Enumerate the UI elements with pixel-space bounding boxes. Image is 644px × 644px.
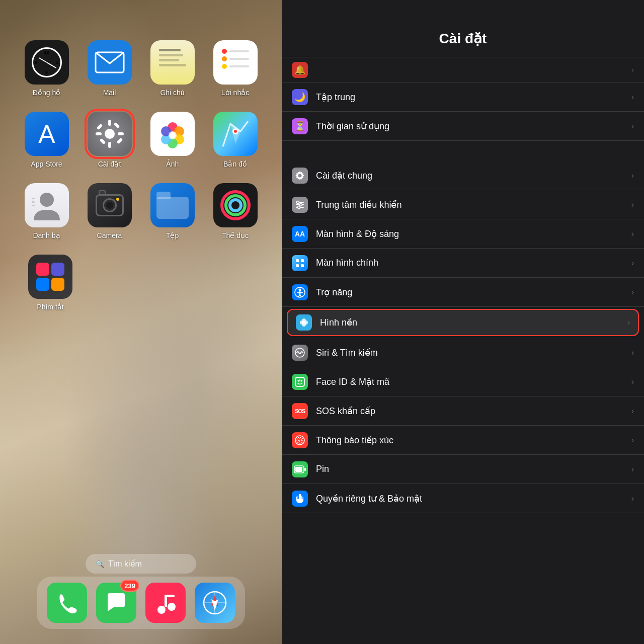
app-item-notes[interactable]: Ghi chú bbox=[145, 40, 200, 97]
maps-svg bbox=[218, 116, 253, 151]
app-item-clock[interactable]: 12 3 6 9 Đồng hồ bbox=[19, 40, 74, 97]
app-item-fitness[interactable]: Thể dục bbox=[208, 183, 263, 239]
settings-title: Cài đặt bbox=[439, 31, 487, 46]
trung-tam-icon bbox=[292, 197, 308, 213]
settings-item-tro-nang[interactable]: Trợ năng › bbox=[282, 278, 644, 307]
app-item-appstore[interactable]: A App Store bbox=[19, 112, 74, 168]
settings-item-face-id[interactable]: Face ID & Mật mã › bbox=[282, 367, 644, 396]
settings-item-quyen[interactable]: Quyền riêng tư & Bảo mật › bbox=[282, 484, 644, 513]
contacts-icon bbox=[25, 183, 69, 227]
svg-point-43 bbox=[298, 206, 300, 208]
settings-item-man-hinh-chinh[interactable]: Màn hình chính › bbox=[282, 249, 644, 278]
messages-badge: 239 bbox=[120, 580, 139, 592]
camera-icon bbox=[88, 183, 132, 227]
notes-label: Ghi chú bbox=[160, 89, 184, 97]
app-row-1: 12 3 6 9 Đồng hồ bbox=[15, 40, 267, 97]
app-grid: 12 3 6 9 Đồng hồ bbox=[0, 30, 282, 336]
settings-item-tap-trung[interactable]: 🌙 Tập trung › bbox=[282, 83, 644, 112]
phone-icon bbox=[56, 592, 78, 614]
mail-svg bbox=[95, 51, 125, 73]
settings-item-thoi-gian[interactable]: ⏳ Thời gian sử dụng › bbox=[282, 112, 644, 141]
svg-rect-9 bbox=[99, 138, 106, 145]
svg-rect-3 bbox=[108, 120, 111, 126]
svg-rect-23 bbox=[32, 198, 35, 199]
sc-block-4 bbox=[51, 278, 64, 291]
camera-body-wrap bbox=[96, 194, 124, 216]
flower-svg bbox=[298, 317, 309, 328]
tro-nang-label: Trợ năng bbox=[316, 287, 631, 298]
search-text: Tìm kiếm bbox=[108, 559, 142, 569]
rline-3 bbox=[229, 65, 249, 67]
svg-rect-30 bbox=[165, 595, 175, 597]
app-item-contacts[interactable]: Danh bạ bbox=[19, 183, 74, 239]
note-line-2 bbox=[159, 54, 184, 56]
svg-rect-7 bbox=[96, 124, 103, 130]
app-row-2: A App Store bbox=[15, 112, 267, 168]
svg-line-53 bbox=[300, 295, 301, 297]
thoi-gian-icon: ⏳ bbox=[292, 118, 308, 134]
settings-item-cai-dat-chung[interactable]: Cài đặt chung › bbox=[282, 161, 644, 190]
svg-rect-46 bbox=[296, 264, 299, 267]
settings-item-siri[interactable]: Siri & Tìm kiếm › bbox=[282, 338, 644, 367]
svg-rect-5 bbox=[96, 132, 102, 135]
note-line-4 bbox=[159, 64, 186, 66]
settings-partial-top[interactable]: 🔔 › bbox=[282, 57, 644, 83]
svg-rect-25 bbox=[32, 205, 35, 206]
app-item-mail[interactable]: Mail bbox=[82, 40, 137, 97]
svg-point-17 bbox=[169, 131, 177, 139]
sos-chevron: › bbox=[631, 407, 634, 416]
svg-rect-69 bbox=[304, 468, 306, 471]
dock-messages[interactable]: 239 bbox=[96, 583, 136, 623]
grid-svg bbox=[295, 258, 305, 268]
settings-item-sos[interactable]: SOS SOS khẩn cấp › bbox=[282, 396, 644, 426]
svg-point-49 bbox=[299, 288, 301, 291]
maps-label: Bản đồ bbox=[223, 160, 247, 168]
home-screen: 12 3 6 9 Đồng hồ bbox=[0, 0, 282, 644]
settings-item-thong-bao[interactable]: Thông báo tiếp xúc › bbox=[282, 426, 644, 455]
search-bar[interactable]: 🔍 Tìm kiếm bbox=[86, 554, 196, 574]
sc-block-2 bbox=[51, 263, 64, 276]
settings-item-trung-tam[interactable]: Trung tâm điều khiển › bbox=[282, 190, 644, 219]
app-item-files[interactable]: Tệp bbox=[145, 183, 200, 239]
app-item-reminders[interactable]: Lời nhắc bbox=[208, 40, 263, 97]
svg-point-62 bbox=[301, 380, 302, 381]
settings-item-pin[interactable]: Pin › bbox=[282, 455, 644, 484]
dock-phone[interactable] bbox=[47, 583, 87, 623]
face-id-label: Face ID & Mật mã bbox=[316, 376, 631, 387]
tro-nang-chevron: › bbox=[631, 288, 634, 297]
app-item-maps[interactable]: Bản đồ bbox=[208, 112, 263, 168]
rline-2 bbox=[229, 58, 249, 60]
svg-rect-10 bbox=[113, 122, 120, 129]
svg-rect-8 bbox=[116, 138, 123, 144]
app-item-shortcuts[interactable]: Phím tắt bbox=[23, 255, 78, 311]
rdot-red bbox=[222, 49, 227, 54]
siri-icon bbox=[292, 345, 308, 361]
section-divider-1 bbox=[282, 145, 644, 161]
accessibility-svg bbox=[294, 287, 305, 298]
remind-dot-2 bbox=[222, 56, 249, 61]
app-item-camera[interactable]: Camera bbox=[82, 183, 137, 239]
man-hinh-label: Màn hình & Độ sáng bbox=[316, 228, 631, 239]
clock-min-hand bbox=[46, 62, 56, 68]
partial-chevron: › bbox=[631, 65, 634, 74]
svg-rect-4 bbox=[108, 142, 111, 148]
thong-bao-chevron: › bbox=[631, 436, 634, 445]
sos-label: SOS khẩn cấp bbox=[316, 406, 631, 417]
hinh-nen-icon bbox=[296, 314, 312, 331]
clock-3: 3 bbox=[56, 60, 58, 65]
note-line-3 bbox=[159, 59, 180, 61]
tro-nang-icon bbox=[292, 284, 308, 300]
dock-safari[interactable] bbox=[195, 583, 235, 623]
notes-icon bbox=[150, 40, 195, 85]
folder-back bbox=[156, 197, 189, 219]
battery-svg bbox=[294, 465, 306, 473]
svg-point-67 bbox=[299, 440, 300, 441]
app-item-photos[interactable]: Ảnh bbox=[145, 112, 200, 168]
app-item-settings[interactable]: Cài đặt bbox=[82, 112, 137, 168]
settings-item-man-hinh[interactable]: AA Màn hình & Độ sáng › bbox=[282, 219, 644, 249]
contacts-label: Danh bạ bbox=[33, 231, 60, 239]
dock-music[interactable] bbox=[145, 583, 186, 623]
mail-icon bbox=[88, 40, 132, 85]
hand-svg bbox=[294, 493, 305, 504]
settings-item-hinh-nen[interactable]: Hình nền › bbox=[287, 309, 639, 336]
